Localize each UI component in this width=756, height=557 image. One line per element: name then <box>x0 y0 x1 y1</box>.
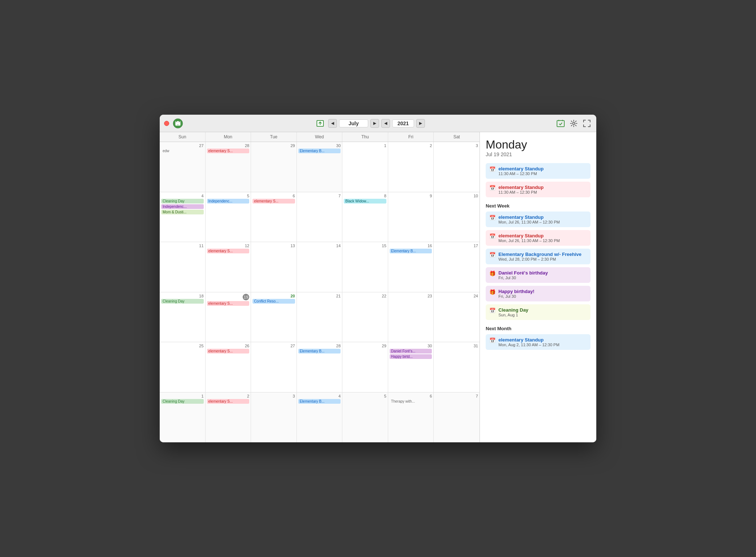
event-pill[interactable]: Conflict Reso... <box>252 299 295 304</box>
event-pill[interactable]: Black Widow... <box>344 199 386 204</box>
sidebar-event-title: elementary Standup <box>498 185 587 190</box>
day-cell[interactable]: 5 <box>342 392 388 443</box>
day-cell[interactable]: 20 Conflict Reso... <box>251 292 297 342</box>
day-cell[interactable]: 1 <box>342 142 388 192</box>
sidebar-event-content: elementary Standup Mon, Jul 26, 11:30 AM… <box>498 233 587 243</box>
day-cell[interactable]: 2 elementary S... <box>206 392 251 443</box>
sidebar-event-content: elementary Standup Mon, Aug 2, 11:30 AM … <box>498 337 587 347</box>
day-cell[interactable]: 30 Daniel Foré's... Happy birtd... <box>388 342 434 392</box>
day-cell[interactable]: 23 <box>388 292 434 342</box>
day-cell[interactable]: 7 <box>297 192 343 242</box>
export-icon[interactable] <box>314 118 326 129</box>
day-cell[interactable]: 8 Black Widow... <box>342 192 388 242</box>
day-cell[interactable]: 12 elementary S... <box>206 242 251 292</box>
sidebar-event-nw-2[interactable]: 📅 elementary Standup Mon, Jul 26, 11:30 … <box>486 230 590 246</box>
day-cell[interactable]: 29 <box>342 342 388 392</box>
sidebar-event-title: Daniel Foré's birthday <box>498 270 587 276</box>
sidebar-event-nw-6[interactable]: 📅 Cleaning Day Sun, Aug 1 <box>486 304 590 320</box>
day-cell[interactable]: 10 <box>434 192 480 242</box>
event-pill[interactable]: Cleaning Day <box>161 199 204 204</box>
sidebar-day-title: Monday <box>486 138 590 151</box>
next-year-button[interactable]: ▶ <box>416 119 425 128</box>
event-pill[interactable]: elementary S... <box>207 399 250 404</box>
sidebar-event-time: Fri, Jul 30 <box>498 276 587 280</box>
event-pill[interactable]: elementary S... <box>207 249 250 253</box>
event-pill[interactable]: Elementary B... <box>298 399 341 404</box>
day-cell[interactable]: 7 <box>434 392 480 443</box>
day-cell[interactable]: 5 Independenc... <box>206 192 251 242</box>
event-pill[interactable]: edw <box>161 149 204 153</box>
event-pill[interactable]: elementary S... <box>252 199 295 204</box>
event-pill[interactable]: Cleaning Day <box>161 299 204 304</box>
day-cell[interactable]: 27 edw <box>160 142 206 192</box>
event-pill[interactable]: Happy birtd... <box>390 354 432 359</box>
event-pill[interactable]: elementary S... <box>207 301 250 306</box>
day-cell[interactable]: 17 <box>434 242 480 292</box>
day-cell[interactable]: 6 Therapy with... <box>388 392 434 443</box>
event-pill[interactable]: Daniel Foré's... <box>390 349 432 353</box>
day-number: 19 <box>207 294 250 300</box>
event-pill[interactable]: Independenc... <box>161 204 204 209</box>
titlebar-right <box>556 118 592 129</box>
day-cell[interactable]: 25 <box>160 342 206 392</box>
day-cell[interactable]: 30 Elementary B... <box>297 142 343 192</box>
day-cell[interactable]: 11 <box>160 242 206 292</box>
event-pill[interactable]: Mom & Dusti... <box>161 210 204 214</box>
day-cell[interactable]: 13 <box>251 242 297 292</box>
event-pill[interactable]: elementary S... <box>207 149 250 153</box>
day-cell[interactable]: 3 <box>251 392 297 443</box>
svg-rect-10 <box>558 120 559 121</box>
day-cell[interactable]: 1 Cleaning Day <box>160 392 206 443</box>
day-cell[interactable]: 15 <box>342 242 388 292</box>
day-cell[interactable]: 4 Elementary B... <box>297 392 343 443</box>
week-row: 11 12 elementary S... 13 14 15 <box>160 242 480 292</box>
event-pill[interactable]: Independenc... <box>207 199 250 204</box>
prev-month-button[interactable]: ◀ <box>328 119 337 128</box>
close-button[interactable] <box>164 121 169 126</box>
sidebar-event-nw-3[interactable]: 📅 Elementary Background w/- Freehive Wed… <box>486 249 590 264</box>
svg-rect-9 <box>557 121 564 127</box>
sidebar-event-standup-2[interactable]: 📅 elementary Standup 11:30 AM – 12:30 PM <box>486 182 590 197</box>
day-cell[interactable]: 27 <box>251 342 297 392</box>
day-cell[interactable]: 14 <box>297 242 343 292</box>
gift-icon: 🎁 <box>489 289 496 295</box>
day-cell[interactable]: 19 elementary S... <box>206 292 251 342</box>
event-pill[interactable]: Therapy with... <box>390 399 432 404</box>
sidebar-event-nw-5[interactable]: 🎁 Happy birthday! Fri, Jul 30 <box>486 286 590 301</box>
sidebar-event-nw-4[interactable]: 🎁 Daniel Foré's birthday Fri, Jul 30 <box>486 267 590 283</box>
event-pill[interactable]: Elementary B... <box>298 349 341 353</box>
titlebar: + ◀ July ▶ ◀ 2021 ▶ <box>160 115 596 132</box>
day-cell[interactable]: 2 <box>388 142 434 192</box>
svg-rect-11 <box>562 120 563 121</box>
day-number: 3 <box>435 143 478 148</box>
sidebar-event-standup-1[interactable]: 📅 elementary Standup 11:30 AM – 12:30 PM <box>486 163 590 179</box>
settings-button[interactable] <box>569 118 579 129</box>
day-cell[interactable]: 4 Cleaning Day Independenc... Mom & Dust… <box>160 192 206 242</box>
day-header-wed: Wed <box>297 132 343 142</box>
day-cell[interactable]: 9 <box>388 192 434 242</box>
day-cell[interactable]: 18 Cleaning Day <box>160 292 206 342</box>
sidebar-event-nm-1[interactable]: 📅 elementary Standup Mon, Aug 2, 11:30 A… <box>486 334 590 350</box>
day-cell[interactable]: 24 <box>434 292 480 342</box>
day-cell[interactable]: 26 elementary S... <box>206 342 251 392</box>
fullscreen-button[interactable] <box>582 118 592 129</box>
day-cell[interactable]: 16 Elementary B... <box>388 242 434 292</box>
day-cell[interactable]: 29 <box>251 142 297 192</box>
event-pill[interactable]: Cleaning Day <box>161 399 204 404</box>
sidebar-event-nw-1[interactable]: 📅 elementary Standup Mon, Jul 26, 11:30 … <box>486 212 590 227</box>
day-cell[interactable]: 31 <box>434 342 480 392</box>
event-pill[interactable]: Elementary B... <box>298 149 341 153</box>
prev-year-button[interactable]: ◀ <box>381 119 390 128</box>
next-month-button[interactable]: ▶ <box>370 119 379 128</box>
day-number: 7 <box>298 194 341 198</box>
day-cell[interactable]: 28 elementary S... <box>206 142 251 192</box>
calendar-icon: 📅 <box>489 185 496 191</box>
day-cell[interactable]: 3 <box>434 142 480 192</box>
day-cell[interactable]: 6 elementary S... <box>251 192 297 242</box>
day-cell[interactable]: 21 <box>297 292 343 342</box>
day-cell[interactable]: 22 <box>342 292 388 342</box>
event-pill[interactable]: Elementary B... <box>390 249 432 253</box>
day-cell[interactable]: 28 Elementary B... <box>297 342 343 392</box>
event-pill[interactable]: elementary S... <box>207 349 250 353</box>
jump-to-today-button[interactable] <box>556 118 566 129</box>
